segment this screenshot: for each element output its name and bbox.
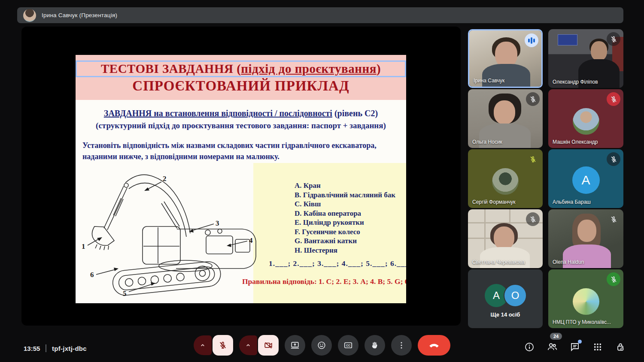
slide-title-line1: ТЕСТОВІ ЗАВДАННЯ (підхід до проєктування… [76,60,406,77]
mic-off-icon [526,212,540,226]
chevron-up-icon [245,342,252,349]
mic-off-icon [607,152,620,166]
presentation-slide: ТЕСТОВІ ЗАВДАННЯ (підхід до проєктування… [76,55,406,303]
avatar [573,288,599,315]
end-call-button[interactable] [418,335,450,356]
participant-tile-serhiy[interactable]: Сергій Форманчук [468,149,543,208]
presentation-stage[interactable]: ТЕСТОВІ ЗАВДАННЯ (підхід до проєктування… [21,27,461,326]
slide-subtitle-block: ЗАВДАННЯ на встановлення відповідності /… [76,100,406,164]
mic-options-button[interactable] [194,335,212,355]
captions-button[interactable]: CC [338,335,358,356]
present-screen-icon [290,341,300,350]
apps-grid-icon [592,342,603,352]
participant-tile-mashkin[interactable]: Машкін Олександр [548,89,623,148]
raise-hand-icon [370,341,380,350]
option-list: А. Кран В. Гідравлічний масляний бак С. … [295,181,406,255]
slide-subtitle2: (структурний підхід до проєктування тест… [76,121,406,130]
info-button[interactable] [524,341,535,353]
participant-tile-olena[interactable]: Olena Haldun [548,209,623,268]
participant-name: Альбина Бараш [553,199,591,205]
participant-tile-olga[interactable]: Ольга Носик [468,89,543,148]
end-call-icon [428,340,440,351]
correct-answer: Правильна відповідь: 1. С; 2. Е; 3. А; 4… [242,277,406,286]
mic-off-icon [607,32,620,46]
option-item: F. Гусеничне колесо [295,227,406,237]
chat-button[interactable] [569,341,580,353]
avatar [573,108,599,135]
meeting-info: 13:55 tpf-jxtj-dbc [24,344,87,352]
option-item: G. Вантажні катки [295,236,406,246]
slide-task-text: Установіть відповідність між назвами скл… [82,140,398,162]
svg-text:4: 4 [249,236,253,244]
svg-text:1: 1 [82,242,85,250]
meeting-code: tpf-jxtj-dbc [52,345,87,352]
option-item: Е. Циліндр рукоятки [295,218,406,227]
participant-tile-oleksandr-f[interactable]: Олександр Філіпов [548,29,623,88]
mic-off-icon [526,152,540,166]
overflow-avatars: A O [485,284,526,307]
host-controls-button[interactable] [615,341,626,353]
camera-control-group [239,335,279,356]
participant-name: Машкін Олександр [553,139,598,145]
option-item: А. Кран [295,181,406,190]
mic-off-icon [526,92,540,106]
camera-off-icon [264,341,273,350]
participant-name: Сергій Форманчук [472,199,516,205]
mic-off-icon [218,341,228,350]
reactions-icon [317,341,326,350]
slide-answer-panel: А. Кран В. Гідравлічний масляний бак С. … [253,163,406,303]
avatar [492,168,519,195]
more-options-button[interactable] [391,335,412,356]
meeting-panels: 24 [524,341,626,353]
people-icon [547,341,558,353]
chevron-up-icon [199,342,206,349]
clock: 13:55 [24,345,40,352]
svg-text:CC: CC [346,344,350,347]
host-controls-lock-icon [615,342,626,352]
participants-count-badge: 24 [550,333,562,340]
present-screen-button[interactable] [285,335,305,356]
participant-tile-overflow[interactable]: A O Ще 14 осіб [468,269,543,328]
raise-hand-button[interactable] [365,335,385,356]
slide-title-line2: СПРОЄКТОВАНИЙ ПРИКЛАД [76,78,406,94]
more-options-icon [397,341,406,350]
svg-text:6: 6 [90,271,94,279]
unread-dot [578,340,582,344]
participant-name: НМЦ ПТО у Миколаївс... [553,319,611,325]
mic-off-icon [607,212,620,226]
participant-name: Olena Haldun [553,259,584,265]
participant-name: Олександр Філіпов [553,79,598,85]
slide-title-block: ТЕСТОВІ ЗАВДАННЯ (підхід до проєктування… [76,55,406,100]
camera-options-button[interactable] [239,335,257,355]
mic-toggle-button[interactable] [213,335,233,356]
presenter-name: Ірина Савчук (Презентація) [42,12,117,18]
presenter-avatar [23,9,36,22]
participant-tile-irina[interactable]: Ірина Савчук [468,29,543,88]
activities-button[interactable] [592,341,603,353]
chat-icon [570,342,580,352]
participant-name: Светлана Черевакова [472,259,525,265]
participants-grid: Ірина Савчук Олександр Філіпов Ольга Нос… [468,29,623,328]
option-item: Н. Шестерня [295,246,406,255]
avatar-initial: O [504,284,527,307]
svg-text:2: 2 [163,175,167,183]
speaking-indicator-icon [525,33,538,47]
reactions-button[interactable] [311,335,332,356]
camera-toggle-button[interactable] [258,335,279,356]
participant-tile-albina[interactable]: A Альбина Бараш [548,149,623,208]
info-icon [524,342,535,352]
svg-text:3: 3 [216,219,219,227]
presenter-banner[interactable]: Ірина Савчук (Презентація) [17,7,623,23]
participant-name: Ірина Савчук [474,78,504,84]
mic-off-icon [607,92,620,106]
answer-blanks: 1.___; 2.___; 3.___; 4.___; 5.___; 6.___ [269,259,406,268]
participant-tile-svetlana[interactable]: Светлана Черевакова [468,209,543,268]
participant-tile-nmc[interactable]: НМЦ ПТО у Миколаївс... [548,269,623,328]
captions-icon: CC [343,341,353,350]
call-controls: CC [194,335,450,356]
overflow-count-label: Ще 14 осіб [468,311,543,318]
participant-name: Ольга Носик [472,139,502,145]
people-button[interactable]: 24 [547,341,558,353]
divider [46,344,46,352]
option-item: В. Гідравлічний масляний бак [295,190,406,200]
